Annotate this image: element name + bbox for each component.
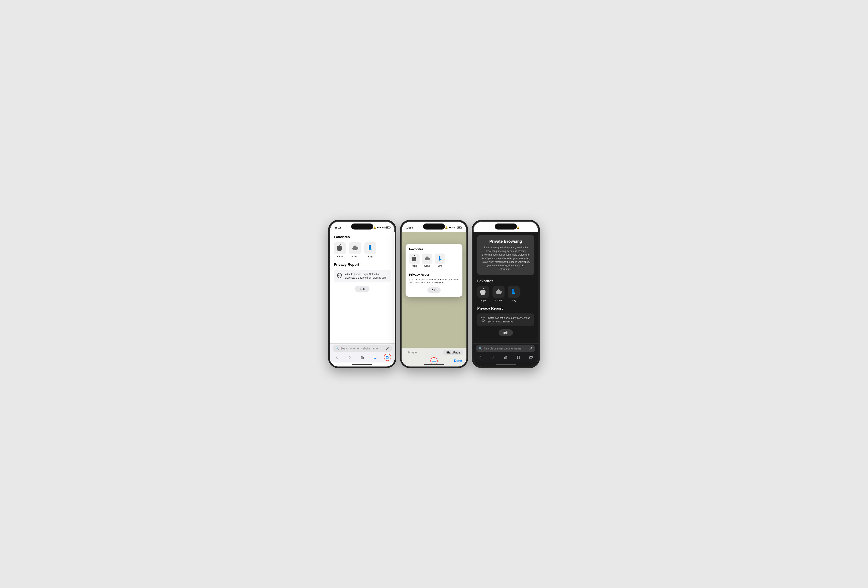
overlay-favorites-grid: Apple iCloud bbox=[409, 253, 459, 267]
signal-3: ●●● bbox=[520, 226, 524, 229]
phone-2: 14:54 🔔 ●●● 5G Favorites bbox=[400, 220, 468, 368]
dynamic-island-3 bbox=[495, 224, 517, 230]
privacy-text-1: In the last seven days, Safari has preve… bbox=[345, 273, 388, 280]
bing-label-1: Bing bbox=[368, 255, 372, 258]
apple-label-3: Apple bbox=[480, 299, 486, 302]
share-button-1[interactable] bbox=[359, 354, 366, 361]
icloud-label-1: iCloud bbox=[352, 255, 358, 258]
toolbar-3 bbox=[476, 354, 535, 361]
battery-3 bbox=[529, 227, 533, 229]
edit-button-3[interactable]: Edit bbox=[499, 329, 513, 336]
home-indicator-1 bbox=[330, 363, 395, 367]
search-bar-1[interactable]: 🔍 Search or enter website name 🎤 bbox=[333, 345, 392, 352]
phone1-content: Favorites Apple bbox=[330, 232, 395, 367]
phone3-content: Private Browsing Safari is designed with… bbox=[473, 232, 538, 367]
red-circle-1 bbox=[384, 354, 391, 361]
favorite-icloud-1[interactable]: iCloud bbox=[349, 242, 361, 258]
apple-label-1: Apple bbox=[337, 255, 342, 258]
phone2-content: Favorites Apple bbox=[402, 232, 466, 367]
phones-container: 15:16 🔔 ●●● 5G Favorites bbox=[328, 220, 540, 368]
overlay-apple-label: Apple bbox=[412, 265, 417, 267]
svg-rect-16 bbox=[530, 357, 532, 359]
overlay-apple[interactable]: Apple bbox=[409, 253, 419, 267]
dynamic-island-1 bbox=[351, 224, 373, 230]
back-button-1[interactable] bbox=[334, 354, 341, 361]
overlay-privacy-title: Privacy Report bbox=[409, 273, 459, 276]
phone1-main: Favorites Apple bbox=[330, 232, 395, 343]
overlay-apple-icon bbox=[409, 253, 419, 264]
network-3: 5G bbox=[525, 226, 528, 229]
home-indicator-2 bbox=[402, 363, 466, 367]
mute-icon-3: 🔔 bbox=[517, 226, 520, 229]
overlay-bing[interactable]: Bing bbox=[435, 253, 445, 267]
shield-icon-3 bbox=[480, 317, 486, 322]
overlay-favorites-title: Favorites bbox=[409, 248, 459, 251]
overlay-icloud-label: iCloud bbox=[424, 265, 430, 267]
share-button-3[interactable] bbox=[502, 354, 509, 361]
bing-label-3: Bing bbox=[512, 299, 516, 302]
icloud-label-3: iCloud bbox=[495, 299, 502, 302]
favorite-apple-3[interactable]: Apple bbox=[477, 286, 489, 302]
favorites-title-3: Favorites bbox=[477, 279, 534, 283]
dynamic-island-2 bbox=[423, 224, 445, 230]
overlay-icloud[interactable]: iCloud bbox=[422, 253, 433, 267]
battery-2 bbox=[457, 227, 462, 229]
private-tab[interactable]: Private bbox=[405, 350, 420, 355]
home-bar-2 bbox=[424, 364, 444, 365]
favorite-bing-3[interactable]: Bing bbox=[508, 286, 520, 302]
private-banner-text: Safari is designed with privacy in mind … bbox=[480, 246, 531, 271]
svg-rect-17 bbox=[530, 356, 532, 358]
bing-icon-3 bbox=[508, 286, 520, 298]
privacy-title-3: Privacy Report bbox=[477, 307, 534, 311]
privacy-card-1: In the last seven days, Safari has preve… bbox=[334, 270, 391, 282]
mic-icon-3[interactable]: 🎤 bbox=[529, 347, 533, 350]
phone-1: 15:16 🔔 ●●● 5G Favorites bbox=[328, 220, 396, 368]
signal-2: ●●● bbox=[449, 226, 453, 229]
time-3: 14:50 bbox=[478, 226, 484, 229]
favorite-icloud-3[interactable]: iCloud bbox=[493, 286, 505, 302]
search-bar-3[interactable]: 🔍 Search or enter website name 🎤 bbox=[476, 345, 535, 352]
favorite-bing-1[interactable]: Bing bbox=[364, 242, 376, 258]
toolbar-1 bbox=[333, 354, 392, 361]
overlay-icloud-icon bbox=[422, 253, 433, 264]
privacy-card-3: Safari has not blocked any connections y… bbox=[477, 314, 534, 326]
status-icons-3: 🔔 ●●● 5G bbox=[517, 226, 533, 229]
search-placeholder-1: Search or enter website name bbox=[340, 347, 384, 350]
home-indicator-3 bbox=[473, 363, 538, 367]
icloud-icon-1 bbox=[349, 242, 361, 254]
phone2-tabs-row: Private Start Page bbox=[405, 350, 463, 355]
mute-icon-1: 🔔 bbox=[373, 226, 376, 229]
private-banner: Private Browsing Safari is designed with… bbox=[477, 235, 534, 275]
favorites-grid-3: Apple iCloud bbox=[477, 286, 534, 302]
status-icons-1: 🔔 ●●● 5G bbox=[373, 226, 390, 229]
overlay-bing-icon bbox=[435, 253, 445, 264]
bottom-bar-1: 🔍 Search or enter website name 🎤 bbox=[330, 343, 395, 363]
startpage-tab[interactable]: Start Page bbox=[443, 350, 463, 355]
search-placeholder-3: Search or enter website name bbox=[484, 347, 528, 350]
private-banner-title: Private Browsing bbox=[480, 239, 531, 244]
battery-1 bbox=[385, 227, 390, 229]
forward-button-1[interactable] bbox=[346, 354, 353, 361]
overlay-edit-button[interactable]: Edit bbox=[427, 287, 441, 293]
back-button-3[interactable] bbox=[477, 354, 484, 361]
edit-button-1[interactable]: Edit bbox=[355, 286, 369, 292]
home-bar-1 bbox=[352, 364, 372, 365]
overlay-privacy-row: In the last seven days, Safari has preve… bbox=[409, 278, 459, 284]
icloud-icon-3 bbox=[493, 286, 505, 298]
tabs-button-1[interactable] bbox=[384, 354, 391, 361]
phone-3: 14:50 🔔 ●●● 5G Private Browsing Safari i… bbox=[472, 220, 540, 368]
bing-icon-1 bbox=[364, 242, 376, 254]
bottom-bar-3: 🔍 Search or enter website name 🎤 bbox=[473, 343, 538, 363]
status-icons-2: 🔔 ●●● 5G bbox=[445, 226, 462, 229]
mic-icon-1[interactable]: 🎤 bbox=[386, 347, 389, 350]
forward-button-3[interactable] bbox=[490, 354, 497, 361]
done-label: Done bbox=[454, 359, 462, 363]
bookmarks-button-1[interactable] bbox=[371, 354, 378, 361]
favorites-title-1: Favorites bbox=[334, 235, 391, 239]
favorite-apple-1[interactable]: Apple bbox=[334, 242, 346, 258]
tabs-button-3[interactable] bbox=[527, 354, 534, 361]
overlay-privacy-text: In the last seven days, Safari has preve… bbox=[416, 278, 459, 284]
bookmarks-button-3[interactable] bbox=[515, 354, 522, 361]
apple-icon-3 bbox=[477, 286, 489, 298]
overlay-card: Favorites Apple bbox=[406, 244, 462, 297]
